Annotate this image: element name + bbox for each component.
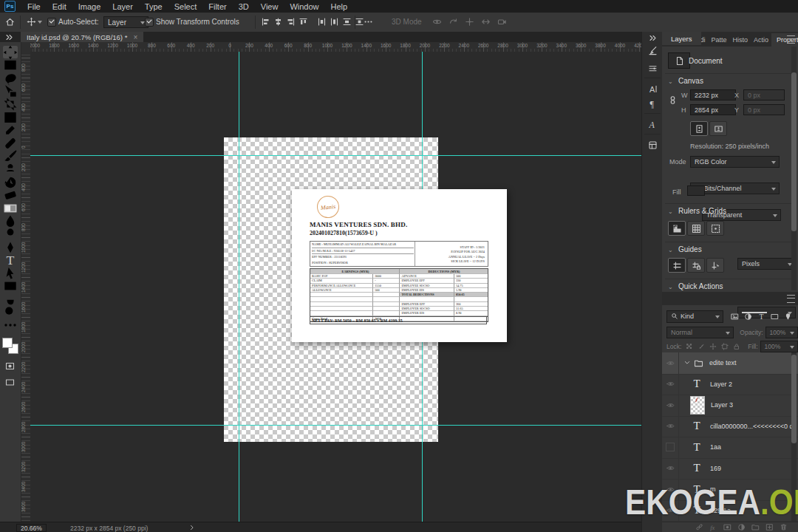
layer-name[interactable]: edite text (709, 359, 737, 366)
auto-select-target-dropdown[interactable]: Layer (103, 16, 149, 28)
fill-swatch[interactable] (687, 185, 705, 196)
group-expand-icon[interactable] (683, 359, 691, 366)
menu-filter[interactable]: Filter (202, 2, 232, 11)
dodge-tool[interactable] (3, 228, 18, 240)
lasso-tool[interactable] (3, 72, 18, 84)
layer-name[interactable]: Layer 3 (711, 401, 733, 409)
path-selection-tool[interactable] (3, 267, 18, 279)
properties-scrollbar[interactable] (791, 47, 797, 290)
align-top-icon[interactable] (299, 17, 308, 27)
menu-help[interactable]: Help (325, 2, 354, 11)
panel-tab-patte[interactable]: Patte (709, 33, 730, 47)
paragraph-panel-icon[interactable]: ¶ (646, 97, 659, 110)
payslip-document[interactable]: Manis MANIS VENTURES SDN. BHD. 202401027… (292, 189, 507, 342)
object-selection-tool[interactable] (3, 85, 18, 98)
menu-layer[interactable]: Layer (106, 2, 139, 11)
menu-file[interactable]: File (21, 2, 47, 11)
photoshop-app-icon[interactable]: Ps (4, 1, 16, 12)
toggle-rulers-button[interactable] (668, 221, 686, 236)
adjustment-icon[interactable] (737, 523, 746, 531)
lock-guides-button[interactable] (687, 258, 705, 273)
eye-icon[interactable] (662, 395, 679, 416)
menu-edit[interactable]: Edit (47, 2, 72, 11)
align-left-icon[interactable] (261, 17, 270, 27)
eye-icon[interactable] (662, 416, 679, 437)
glyphs-panel-icon[interactable]: A (646, 117, 659, 131)
distribute-center-h-icon[interactable] (330, 17, 339, 27)
home-icon[interactable] (5, 17, 15, 27)
screen-mode-icon[interactable] (5, 378, 15, 387)
toggle-grid-button[interactable] (687, 221, 705, 236)
eye-icon-hidden[interactable] (662, 437, 679, 458)
eye-icon[interactable] (662, 352, 679, 374)
clone-stamp-tool[interactable] (3, 163, 18, 175)
layer-name[interactable]: Layer 2 (710, 381, 732, 388)
layer-row-3[interactable]: Layer 3 (662, 395, 798, 417)
layer-thumbnail[interactable] (690, 396, 705, 415)
canvas-section-chevron[interactable]: ⌄ (668, 78, 673, 85)
menu-view[interactable]: View (255, 2, 284, 11)
frame-tool[interactable] (3, 111, 18, 123)
orientation-landscape-button[interactable] (709, 121, 727, 136)
mask-icon[interactable] (723, 523, 732, 531)
distribute-left-icon[interactable] (317, 17, 327, 27)
align-center-h-icon[interactable] (273, 17, 283, 27)
eyedropper-tool[interactable] (3, 124, 18, 137)
zoom-tool[interactable] (3, 306, 18, 318)
show-transform-checkbox[interactable] (145, 18, 154, 27)
color-mode-dropdown[interactable]: RGB Color (690, 156, 780, 168)
collapse-panels-icon[interactable] (648, 33, 658, 43)
canvas-height-field[interactable]: 2854 px (690, 104, 736, 115)
panel-menu-icon[interactable] (787, 35, 795, 44)
layer-row-5[interactable]: T1aa (662, 437, 798, 459)
image-filter-icon[interactable] (731, 313, 739, 321)
canvas-area[interactable]: Manis MANIS VENTURES SDN. BHD. 202401027… (30, 52, 641, 522)
panel-tab-histo[interactable]: Histo (730, 33, 751, 47)
layers-tab[interactable]: Layers (662, 32, 701, 45)
layers-fill-field[interactable]: 100% (760, 341, 798, 352)
layer-row-6[interactable]: T169 (662, 458, 798, 480)
type-tool[interactable]: T (3, 254, 18, 267)
adjustment-filter-icon[interactable] (744, 313, 752, 321)
foreground-background-colors[interactable] (2, 338, 18, 354)
ruler-units-dropdown[interactable]: Pixels (737, 258, 796, 270)
brush-settings-icon[interactable] (646, 44, 659, 57)
brush-tool[interactable] (3, 150, 18, 163)
crop-tool[interactable] (3, 98, 18, 110)
layer-filter-kind-dropdown[interactable]: Kind (666, 310, 723, 323)
eye-icon[interactable] (662, 458, 679, 480)
lock-position-icon[interactable] (709, 343, 717, 350)
eraser-tool[interactable] (3, 189, 18, 202)
eye-icon[interactable] (662, 374, 679, 395)
toggle-guides-button[interactable] (668, 258, 686, 273)
folder-icon[interactable] (751, 523, 760, 531)
move-tool[interactable] (3, 46, 18, 58)
menu-3d[interactable]: 3D (233, 2, 255, 11)
move-tool-option-icon[interactable] (27, 17, 36, 27)
guide-horizontal-2[interactable] (30, 425, 641, 426)
close-tab-icon[interactable]: × (133, 33, 137, 41)
guides-chevron[interactable]: ⌄ (668, 247, 673, 253)
vertical-ruler[interactable]: 8006004002000200400600800100012001400160… (21, 52, 31, 522)
opacity-field[interactable]: 100% (765, 327, 798, 338)
rectangle-tool[interactable] (3, 280, 18, 293)
canvas-width-field[interactable]: 2232 px (690, 89, 736, 100)
layer-row-4[interactable]: Tcilla0000000...<<<<<<<<0 d (662, 416, 798, 438)
type-filter-icon[interactable]: T (757, 313, 765, 321)
align-right-icon[interactable] (286, 17, 296, 27)
document-tab[interactable]: Italy id.psd @ 20.7% (RGB/16) * × (21, 32, 143, 42)
more-options-icon[interactable] (364, 17, 373, 27)
layer-name[interactable]: cilla0000000...<<<<<<<<0 d (710, 423, 794, 430)
layer-row-1[interactable]: edite text (662, 352, 798, 375)
layers-menu-icon[interactable] (787, 295, 795, 303)
clear-guides-button[interactable] (706, 258, 724, 273)
marquee-tool[interactable] (3, 59, 18, 72)
menu-type[interactable]: Type (139, 2, 168, 11)
auto-select-checkbox[interactable] (47, 18, 56, 27)
status-chevron-icon[interactable] (188, 524, 196, 531)
lock-all-icon[interactable] (733, 343, 740, 350)
link-icon[interactable] (695, 523, 703, 531)
new-layer-icon[interactable] (765, 523, 774, 531)
lock-paint-icon[interactable] (698, 343, 705, 350)
healing-brush-tool[interactable] (3, 137, 18, 149)
